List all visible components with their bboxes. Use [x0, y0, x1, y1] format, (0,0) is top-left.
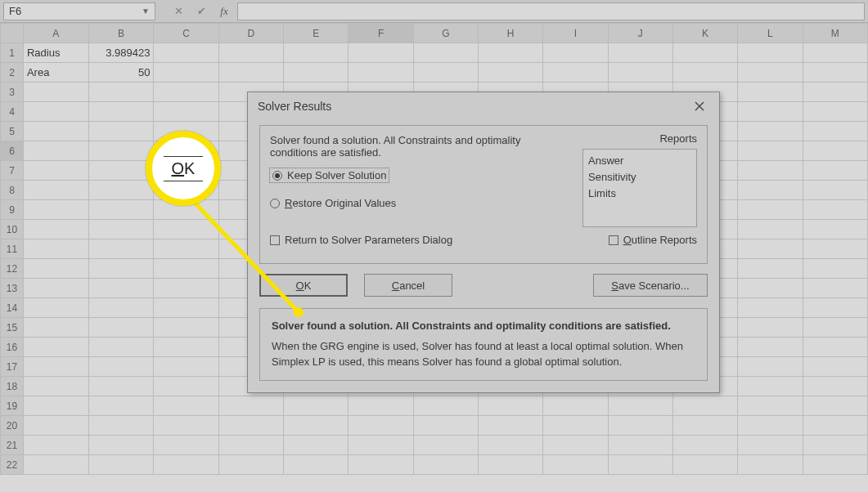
- cell[interactable]: [803, 396, 867, 416]
- cell[interactable]: [479, 455, 543, 475]
- row-header[interactable]: 17: [1, 357, 24, 377]
- cell[interactable]: [803, 455, 867, 475]
- cell[interactable]: [23, 83, 88, 102]
- cell[interactable]: [543, 436, 608, 455]
- column-header[interactable]: E: [284, 24, 349, 43]
- column-header[interactable]: L: [738, 24, 803, 43]
- cell[interactable]: [154, 43, 218, 63]
- column-header[interactable]: F: [349, 24, 413, 43]
- cell[interactable]: [23, 279, 88, 298]
- cell[interactable]: [154, 357, 218, 377]
- cell[interactable]: [803, 83, 867, 102]
- cell[interactable]: [738, 63, 803, 83]
- cell[interactable]: [23, 200, 88, 220]
- outline-reports-checkbox[interactable]: Outline Reports: [609, 234, 697, 246]
- report-item[interactable]: Sensitivity: [588, 169, 691, 186]
- cell[interactable]: [738, 338, 803, 357]
- cell[interactable]: [23, 161, 88, 181]
- cell[interactable]: [154, 298, 218, 318]
- cell[interactable]: [154, 259, 218, 279]
- cancel-button[interactable]: Cancel: [364, 274, 452, 297]
- column-header[interactable]: M: [803, 24, 867, 43]
- cell[interactable]: [803, 181, 867, 200]
- cell[interactable]: [738, 83, 803, 102]
- cell[interactable]: [413, 436, 478, 455]
- row-header[interactable]: 6: [1, 141, 24, 161]
- cell[interactable]: [88, 318, 154, 338]
- cell[interactable]: [88, 161, 154, 181]
- cell[interactable]: [738, 122, 803, 141]
- cell[interactable]: [543, 43, 608, 63]
- row-header[interactable]: 14: [1, 298, 24, 318]
- cell[interactable]: [284, 396, 349, 416]
- cell[interactable]: [284, 416, 349, 436]
- formula-input[interactable]: [237, 2, 865, 20]
- cell[interactable]: [803, 200, 867, 220]
- cell[interactable]: [738, 259, 803, 279]
- cell[interactable]: [154, 102, 218, 122]
- cell[interactable]: [23, 357, 88, 377]
- row-header[interactable]: 15: [1, 318, 24, 338]
- column-header[interactable]: H: [479, 24, 543, 43]
- cell[interactable]: [738, 279, 803, 298]
- cell[interactable]: [672, 416, 737, 436]
- cell[interactable]: 3.989423: [88, 43, 154, 63]
- cell[interactable]: [23, 239, 88, 259]
- row-header[interactable]: 8: [1, 181, 24, 200]
- name-box[interactable]: F6 ▼: [3, 2, 155, 20]
- cell[interactable]: [23, 416, 88, 436]
- ok-button[interactable]: OK: [259, 274, 348, 297]
- cell[interactable]: [349, 416, 413, 436]
- cell[interactable]: [88, 141, 154, 161]
- cell[interactable]: [738, 298, 803, 318]
- cell[interactable]: [218, 436, 283, 455]
- cell[interactable]: [543, 416, 608, 436]
- cell[interactable]: [23, 298, 88, 318]
- cell[interactable]: [413, 63, 478, 83]
- report-item[interactable]: Limits: [588, 186, 691, 202]
- cell[interactable]: [349, 455, 413, 475]
- cell[interactable]: [88, 357, 154, 377]
- cell[interactable]: [803, 298, 867, 318]
- save-scenario-button[interactable]: Save Scenario...: [593, 274, 708, 297]
- cell[interactable]: [154, 436, 218, 455]
- cell[interactable]: [803, 102, 867, 122]
- cell[interactable]: [672, 396, 737, 416]
- cell[interactable]: [154, 455, 218, 475]
- cell[interactable]: [803, 357, 867, 377]
- cell[interactable]: [88, 122, 154, 141]
- cell[interactable]: [349, 43, 413, 63]
- cell[interactable]: [218, 455, 283, 475]
- cell[interactable]: [413, 455, 478, 475]
- cell[interactable]: [672, 455, 737, 475]
- row-header[interactable]: 19: [1, 396, 24, 416]
- name-box-dropdown-icon[interactable]: ▼: [142, 7, 150, 16]
- column-header[interactable]: B: [88, 24, 154, 43]
- cell[interactable]: [738, 220, 803, 239]
- select-all-corner[interactable]: [1, 24, 24, 43]
- column-header[interactable]: K: [672, 24, 737, 43]
- cell[interactable]: [608, 455, 672, 475]
- cell[interactable]: [23, 122, 88, 141]
- enter-formula-button[interactable]: ✔: [191, 2, 211, 20]
- cell[interactable]: [672, 436, 737, 455]
- cell[interactable]: [738, 396, 803, 416]
- cell[interactable]: [88, 298, 154, 318]
- cell[interactable]: [23, 338, 88, 357]
- cell[interactable]: [803, 220, 867, 239]
- cell[interactable]: [88, 455, 154, 475]
- cell[interactable]: [88, 200, 154, 220]
- cell[interactable]: [88, 436, 154, 455]
- cell[interactable]: [803, 436, 867, 455]
- cell[interactable]: [88, 396, 154, 416]
- column-header[interactable]: C: [154, 24, 218, 43]
- cell[interactable]: [738, 181, 803, 200]
- cell[interactable]: [803, 161, 867, 181]
- row-header[interactable]: 7: [1, 161, 24, 181]
- cell[interactable]: [479, 63, 543, 83]
- dialog-close-button[interactable]: [688, 97, 711, 115]
- cell[interactable]: [88, 338, 154, 357]
- cell[interactable]: [154, 63, 218, 83]
- row-header[interactable]: 20: [1, 416, 24, 436]
- cell[interactable]: [23, 181, 88, 200]
